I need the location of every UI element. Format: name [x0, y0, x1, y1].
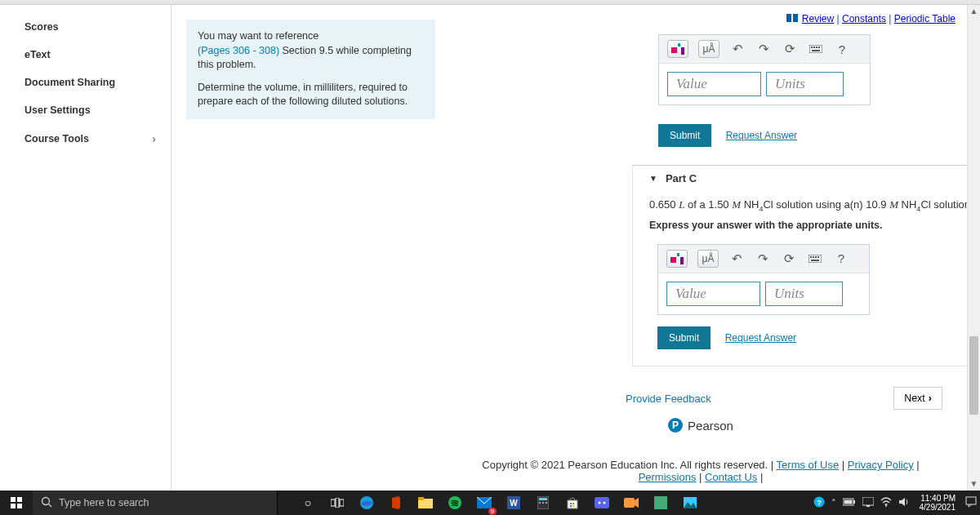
svg-rect-21	[17, 497, 22, 502]
notifications-icon[interactable]	[965, 496, 977, 509]
submit-button[interactable]: Submit	[658, 124, 711, 147]
mail-icon[interactable]: 9	[470, 491, 498, 515]
templates-button[interactable]	[667, 40, 688, 58]
question-text: 0.650 L of a 1.50 M NH4Cl solution using…	[649, 198, 980, 213]
help-button[interactable]: ?	[834, 40, 850, 58]
sidebar-item-label: Document Sharing	[24, 77, 115, 88]
permissions-link[interactable]: Permissions	[639, 471, 697, 483]
svg-rect-20	[11, 497, 16, 502]
svg-rect-18	[817, 256, 819, 258]
help-tray-icon[interactable]: ?	[813, 496, 825, 509]
copyright: Copyright © 2021 Pearson Education Inc. …	[454, 459, 947, 483]
sidebar-item-etext[interactable]: eText	[0, 41, 171, 69]
camera-icon[interactable]	[617, 491, 645, 515]
chevron-up-icon[interactable]: ˄	[831, 498, 836, 508]
keyboard-button[interactable]	[807, 250, 823, 268]
sidebar-item-scores[interactable]: Scores	[0, 13, 171, 41]
store-icon[interactable]	[559, 491, 586, 515]
sidebar-item-label: User Settings	[24, 104, 91, 116]
screen-icon[interactable]	[862, 497, 874, 508]
spotify-icon[interactable]	[441, 491, 469, 515]
svg-point-47	[599, 502, 601, 504]
word-icon[interactable]: W	[500, 491, 528, 515]
svg-rect-27	[336, 498, 339, 508]
help-button[interactable]: ?	[833, 250, 849, 268]
chevron-right-icon: ›	[152, 132, 156, 145]
undo-button[interactable]: ↶	[728, 250, 745, 268]
svg-rect-5	[809, 45, 822, 53]
sidebar-item-docsharing[interactable]: Document Sharing	[0, 69, 171, 96]
submit-button[interactable]: Submit	[657, 326, 710, 349]
svg-rect-3	[678, 43, 680, 47]
sidebar-item-usersettings[interactable]: User Settings	[0, 96, 171, 124]
taskview-icon[interactable]	[323, 491, 351, 515]
start-button[interactable]	[0, 491, 33, 515]
undo-button[interactable]: ↶	[729, 40, 746, 58]
scroll-thumb[interactable]	[969, 336, 978, 415]
units-input[interactable]: Units	[765, 282, 843, 306]
hint-box: You may want to reference(Pages 306 - 30…	[186, 20, 435, 119]
cortana-icon[interactable]: ○	[294, 491, 322, 515]
contact-link[interactable]: Contact Us	[705, 471, 757, 483]
photos-icon[interactable]	[676, 491, 704, 515]
pearson-brand: P Pearson	[454, 418, 947, 433]
privacy-link[interactable]: Privacy Policy	[848, 459, 914, 471]
taskbar-search[interactable]: Type here to search	[33, 491, 278, 515]
edge-icon[interactable]	[353, 491, 381, 515]
search-placeholder: Type here to search	[59, 497, 149, 508]
svg-rect-44	[570, 505, 572, 507]
collapse-icon[interactable]: ▼	[649, 174, 657, 183]
svg-rect-4	[681, 47, 684, 55]
clock[interactable]: 11:40 PM 4/29/2021	[916, 494, 960, 512]
instruction-text: Express your answer with the appropriate…	[649, 220, 980, 231]
reset-button[interactable]: ⟳	[781, 250, 797, 268]
keyboard-button[interactable]	[808, 40, 824, 58]
discord-icon[interactable]	[588, 491, 616, 515]
explorer-icon[interactable]	[412, 491, 439, 515]
redo-button[interactable]: ↷	[755, 40, 772, 58]
request-answer-link[interactable]: Request Answer	[725, 332, 796, 344]
provide-feedback-link[interactable]: Provide Feedback	[626, 393, 711, 405]
taskbar: Type here to search ○ 9 W ? ˄ 11:40 PM 4…	[0, 491, 980, 515]
part-c: ▼ Part C 0.650 L of a 1.50 M NH4Cl solut…	[632, 165, 980, 366]
svg-rect-16	[813, 256, 814, 258]
svg-rect-45	[572, 505, 574, 507]
value-input[interactable]: Value	[667, 72, 761, 96]
svg-rect-2	[671, 47, 677, 53]
terms-link[interactable]: Terms of Use	[777, 459, 840, 471]
pages-link[interactable]: (Pages 306 - 308)	[198, 45, 279, 56]
request-answer-link[interactable]: Request Answer	[726, 130, 797, 141]
battery-icon[interactable]	[843, 498, 856, 508]
next-button[interactable]: Next›	[893, 387, 942, 410]
office-icon[interactable]	[382, 491, 410, 515]
svg-rect-49	[624, 498, 635, 508]
reset-button[interactable]: ⟳	[782, 40, 798, 58]
templates-button[interactable]	[666, 250, 688, 268]
scroll-down-icon[interactable]: ▼	[968, 477, 980, 491]
svg-rect-55	[853, 500, 855, 504]
symbols-button[interactable]: μÅ	[697, 250, 719, 268]
scroll-up-icon[interactable]: ▲	[968, 5, 980, 18]
system-tray: ? ˄ 11:40 PM 4/29/2021	[813, 494, 981, 512]
app-icon[interactable]	[647, 491, 675, 515]
units-input[interactable]: Units	[766, 72, 844, 96]
svg-rect-15	[810, 256, 812, 258]
redo-button[interactable]: ↷	[755, 250, 771, 268]
sidebar-item-coursetools[interactable]: Course Tools›	[0, 124, 171, 153]
pearson-logo-icon: P	[668, 418, 683, 433]
calculator-icon[interactable]	[529, 491, 557, 515]
svg-rect-12	[677, 253, 679, 256]
svg-rect-56	[844, 500, 852, 504]
svg-rect-28	[340, 499, 344, 506]
svg-rect-58	[866, 505, 870, 507]
value-input[interactable]: Value	[666, 282, 760, 306]
volume-icon[interactable]	[898, 497, 910, 508]
wifi-icon[interactable]	[880, 497, 892, 508]
sidebar-item-label: eText	[24, 49, 51, 60]
symbols-button[interactable]: μÅ	[698, 40, 719, 58]
svg-rect-46	[595, 497, 609, 508]
svg-rect-57	[862, 497, 874, 505]
taskbar-apps: ○ 9 W	[294, 491, 704, 515]
scrollbar[interactable]: ▲ ▼	[967, 5, 980, 491]
svg-rect-23	[17, 504, 22, 508]
